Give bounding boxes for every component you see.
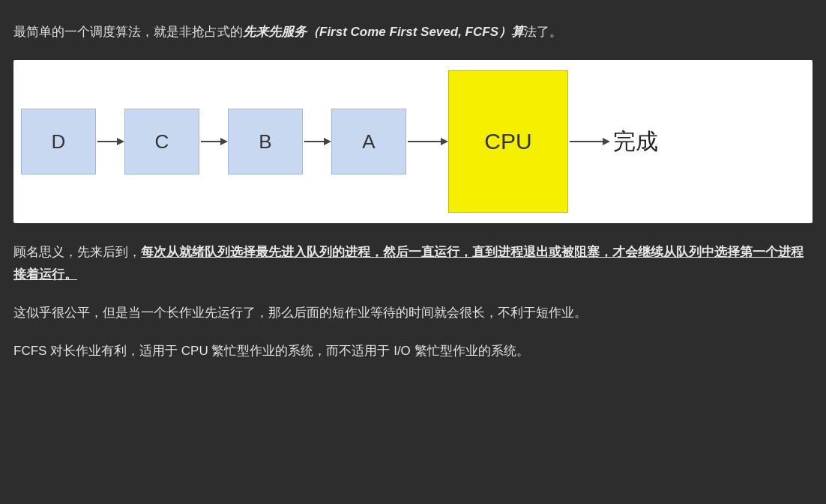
process-box-b: B (228, 109, 303, 174)
intro-paragraph: 最简单的一个调度算法，就是非抢占式的先来先服务（First Come First… (13, 21, 813, 43)
svg-marker-9 (603, 138, 610, 145)
diagram-inner: D C B A (21, 70, 658, 213)
p2-text: 这似乎很公平，但是当一个长作业先运行了，那么后面的短作业等待的时间就会很长，不利… (13, 306, 587, 320)
arrow-d-c (96, 134, 124, 149)
cpu-box: CPU (448, 70, 568, 213)
intro-text-before: 最简单的一个调度算法，就是非抢占式的 (13, 25, 243, 39)
paragraph-1: 顾名思义，先来后到，每次从就绪队列选择最先进入队列的进程，然后一直运行，直到进程… (13, 241, 813, 287)
arrow-b-a (303, 134, 331, 149)
paragraph-3: FCFS 对长作业有利，适用于 CPU 繁忙型作业的系统，而不适用于 I/O 繁… (13, 340, 813, 363)
intro-bold-italic: 先来先服务（First Come First Seved, FCFS）算 (243, 25, 524, 39)
intro-text-after: 法了。 (524, 25, 562, 39)
svg-marker-1 (117, 138, 124, 145)
arrow-cpu-complete (568, 134, 610, 149)
process-box-a: A (331, 109, 406, 174)
fcfs-diagram: D C B A (13, 60, 813, 223)
p1-normal: 顾名思义，先来后到， (13, 245, 141, 259)
paragraph-2: 这似乎很公平，但是当一个长作业先运行了，那么后面的短作业等待的时间就会很长，不利… (13, 302, 813, 325)
arrow-a-cpu (406, 134, 448, 149)
complete-label: 完成 (613, 122, 658, 160)
p3-text: FCFS 对长作业有利，适用于 CPU 繁忙型作业的系统，而不适用于 I/O 繁… (13, 344, 529, 358)
process-box-d: D (21, 109, 96, 174)
svg-marker-3 (220, 138, 228, 145)
svg-marker-5 (324, 138, 331, 145)
svg-marker-7 (441, 138, 448, 145)
process-box-c: C (124, 109, 199, 174)
arrow-c-b (199, 134, 228, 149)
